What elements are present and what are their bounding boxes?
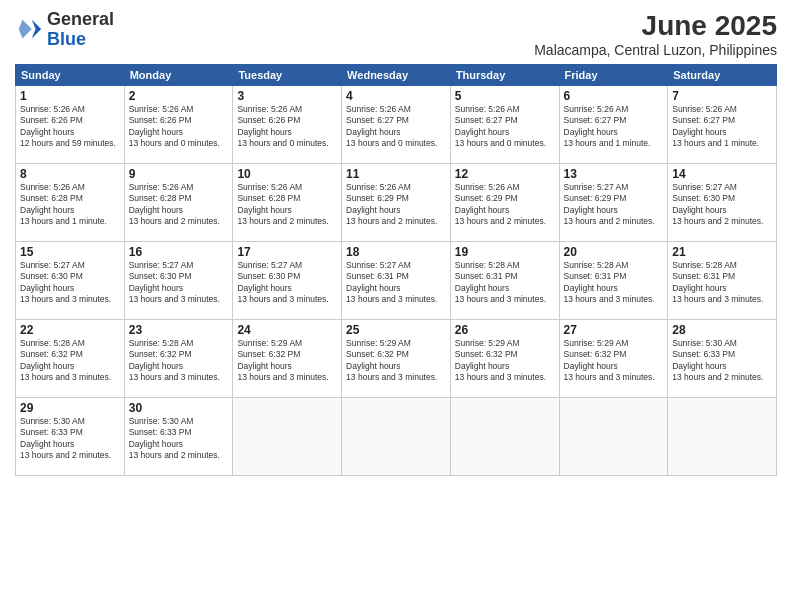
day-info: Sunrise: 5:26 AM Sunset: 6:26 PM Dayligh… — [129, 104, 229, 150]
table-row — [233, 398, 342, 476]
table-row: 19 Sunrise: 5:28 AM Sunset: 6:31 PM Dayl… — [450, 242, 559, 320]
day-number: 17 — [237, 245, 337, 259]
table-row: 25 Sunrise: 5:29 AM Sunset: 6:32 PM Dayl… — [342, 320, 451, 398]
day-number: 29 — [20, 401, 120, 415]
day-info: Sunrise: 5:26 AM Sunset: 6:27 PM Dayligh… — [346, 104, 446, 150]
day-info: Sunrise: 5:26 AM Sunset: 6:27 PM Dayligh… — [672, 104, 772, 150]
day-number: 19 — [455, 245, 555, 259]
day-info: Sunrise: 5:28 AM Sunset: 6:31 PM Dayligh… — [564, 260, 664, 306]
day-info: Sunrise: 5:28 AM Sunset: 6:31 PM Dayligh… — [455, 260, 555, 306]
calendar-row: 15 Sunrise: 5:27 AM Sunset: 6:30 PM Dayl… — [16, 242, 777, 320]
day-info: Sunrise: 5:28 AM Sunset: 6:31 PM Dayligh… — [672, 260, 772, 306]
table-row: 22 Sunrise: 5:28 AM Sunset: 6:32 PM Dayl… — [16, 320, 125, 398]
col-monday: Monday — [124, 65, 233, 86]
table-row: 28 Sunrise: 5:30 AM Sunset: 6:33 PM Dayl… — [668, 320, 777, 398]
table-row: 3 Sunrise: 5:26 AM Sunset: 6:26 PM Dayli… — [233, 86, 342, 164]
table-row: 27 Sunrise: 5:29 AM Sunset: 6:32 PM Dayl… — [559, 320, 668, 398]
svg-marker-1 — [19, 20, 32, 39]
day-number: 16 — [129, 245, 229, 259]
table-row: 30 Sunrise: 5:30 AM Sunset: 6:33 PM Dayl… — [124, 398, 233, 476]
day-number: 25 — [346, 323, 446, 337]
day-info: Sunrise: 5:29 AM Sunset: 6:32 PM Dayligh… — [237, 338, 337, 384]
table-row: 21 Sunrise: 5:28 AM Sunset: 6:31 PM Dayl… — [668, 242, 777, 320]
day-number: 21 — [672, 245, 772, 259]
table-row: 16 Sunrise: 5:27 AM Sunset: 6:30 PM Dayl… — [124, 242, 233, 320]
table-row: 18 Sunrise: 5:27 AM Sunset: 6:31 PM Dayl… — [342, 242, 451, 320]
day-info: Sunrise: 5:30 AM Sunset: 6:33 PM Dayligh… — [20, 416, 120, 462]
logo: General Blue — [15, 10, 114, 50]
table-row: 4 Sunrise: 5:26 AM Sunset: 6:27 PM Dayli… — [342, 86, 451, 164]
col-sunday: Sunday — [16, 65, 125, 86]
col-tuesday: Tuesday — [233, 65, 342, 86]
day-number: 13 — [564, 167, 664, 181]
table-row — [668, 398, 777, 476]
header: General Blue June 2025 Malacampa, Centra… — [15, 10, 777, 58]
day-number: 23 — [129, 323, 229, 337]
day-info: Sunrise: 5:27 AM Sunset: 6:30 PM Dayligh… — [20, 260, 120, 306]
calendar-row: 22 Sunrise: 5:28 AM Sunset: 6:32 PM Dayl… — [16, 320, 777, 398]
day-number: 30 — [129, 401, 229, 415]
day-number: 1 — [20, 89, 120, 103]
day-number: 12 — [455, 167, 555, 181]
day-number: 28 — [672, 323, 772, 337]
day-info: Sunrise: 5:27 AM Sunset: 6:29 PM Dayligh… — [564, 182, 664, 228]
calendar-table: Sunday Monday Tuesday Wednesday Thursday… — [15, 64, 777, 476]
day-number: 24 — [237, 323, 337, 337]
logo-icon — [15, 16, 43, 44]
day-info: Sunrise: 5:29 AM Sunset: 6:32 PM Dayligh… — [455, 338, 555, 384]
table-row: 10 Sunrise: 5:26 AM Sunset: 6:28 PM Dayl… — [233, 164, 342, 242]
logo-text: General Blue — [47, 10, 114, 50]
day-number: 15 — [20, 245, 120, 259]
day-info: Sunrise: 5:26 AM Sunset: 6:27 PM Dayligh… — [564, 104, 664, 150]
table-row: 20 Sunrise: 5:28 AM Sunset: 6:31 PM Dayl… — [559, 242, 668, 320]
day-info: Sunrise: 5:29 AM Sunset: 6:32 PM Dayligh… — [564, 338, 664, 384]
day-info: Sunrise: 5:28 AM Sunset: 6:32 PM Dayligh… — [129, 338, 229, 384]
table-row: 26 Sunrise: 5:29 AM Sunset: 6:32 PM Dayl… — [450, 320, 559, 398]
day-info: Sunrise: 5:26 AM Sunset: 6:28 PM Dayligh… — [129, 182, 229, 228]
page: General Blue June 2025 Malacampa, Centra… — [0, 0, 792, 612]
day-info: Sunrise: 5:30 AM Sunset: 6:33 PM Dayligh… — [672, 338, 772, 384]
table-row: 14 Sunrise: 5:27 AM Sunset: 6:30 PM Dayl… — [668, 164, 777, 242]
day-number: 10 — [237, 167, 337, 181]
table-row: 15 Sunrise: 5:27 AM Sunset: 6:30 PM Dayl… — [16, 242, 125, 320]
day-number: 27 — [564, 323, 664, 337]
day-number: 5 — [455, 89, 555, 103]
calendar-row: 8 Sunrise: 5:26 AM Sunset: 6:28 PM Dayli… — [16, 164, 777, 242]
table-row: 2 Sunrise: 5:26 AM Sunset: 6:26 PM Dayli… — [124, 86, 233, 164]
header-row: Sunday Monday Tuesday Wednesday Thursday… — [16, 65, 777, 86]
col-saturday: Saturday — [668, 65, 777, 86]
subtitle: Malacampa, Central Luzon, Philippines — [534, 42, 777, 58]
day-number: 20 — [564, 245, 664, 259]
day-number: 26 — [455, 323, 555, 337]
day-number: 18 — [346, 245, 446, 259]
day-number: 8 — [20, 167, 120, 181]
day-info: Sunrise: 5:27 AM Sunset: 6:30 PM Dayligh… — [237, 260, 337, 306]
table-row: 12 Sunrise: 5:26 AM Sunset: 6:29 PM Dayl… — [450, 164, 559, 242]
table-row — [450, 398, 559, 476]
day-info: Sunrise: 5:26 AM Sunset: 6:28 PM Dayligh… — [237, 182, 337, 228]
table-row — [559, 398, 668, 476]
table-row: 7 Sunrise: 5:26 AM Sunset: 6:27 PM Dayli… — [668, 86, 777, 164]
table-row — [342, 398, 451, 476]
table-row: 13 Sunrise: 5:27 AM Sunset: 6:29 PM Dayl… — [559, 164, 668, 242]
col-wednesday: Wednesday — [342, 65, 451, 86]
col-thursday: Thursday — [450, 65, 559, 86]
day-number: 14 — [672, 167, 772, 181]
day-number: 2 — [129, 89, 229, 103]
day-info: Sunrise: 5:29 AM Sunset: 6:32 PM Dayligh… — [346, 338, 446, 384]
col-friday: Friday — [559, 65, 668, 86]
day-info: Sunrise: 5:26 AM Sunset: 6:28 PM Dayligh… — [20, 182, 120, 228]
title-block: June 2025 Malacampa, Central Luzon, Phil… — [534, 10, 777, 58]
svg-marker-0 — [32, 20, 41, 39]
day-info: Sunrise: 5:27 AM Sunset: 6:30 PM Dayligh… — [672, 182, 772, 228]
day-info: Sunrise: 5:26 AM Sunset: 6:29 PM Dayligh… — [346, 182, 446, 228]
day-info: Sunrise: 5:30 AM Sunset: 6:33 PM Dayligh… — [129, 416, 229, 462]
table-row: 9 Sunrise: 5:26 AM Sunset: 6:28 PM Dayli… — [124, 164, 233, 242]
main-title: June 2025 — [534, 10, 777, 42]
day-info: Sunrise: 5:26 AM Sunset: 6:29 PM Dayligh… — [455, 182, 555, 228]
day-info: Sunrise: 5:26 AM Sunset: 6:26 PM Dayligh… — [237, 104, 337, 150]
day-info: Sunrise: 5:28 AM Sunset: 6:32 PM Dayligh… — [20, 338, 120, 384]
day-info: Sunrise: 5:26 AM Sunset: 6:27 PM Dayligh… — [455, 104, 555, 150]
day-number: 11 — [346, 167, 446, 181]
table-row: 29 Sunrise: 5:30 AM Sunset: 6:33 PM Dayl… — [16, 398, 125, 476]
